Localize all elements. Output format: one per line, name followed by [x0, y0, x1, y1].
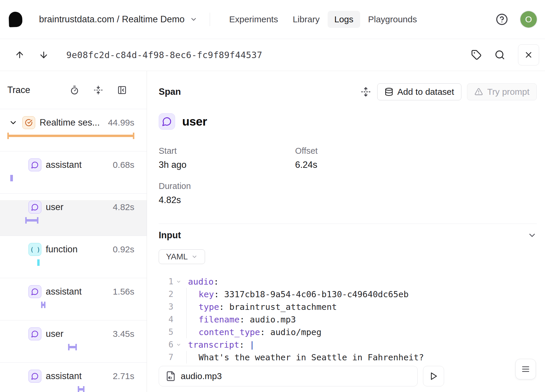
span-duration: 44.99s — [104, 118, 134, 128]
span-panel-title: Span — [159, 87, 181, 97]
timer-icon — [70, 85, 79, 95]
panel-left-close-icon — [117, 85, 127, 95]
previous-trace-button[interactable] — [15, 50, 25, 60]
collapse-input-button[interactable] — [527, 231, 537, 240]
trace-row-realtime-ses-[interactable]: Realtime ses... 44.99s — [0, 116, 147, 151]
span-duration: 1.56s — [109, 287, 134, 297]
add-to-dataset-button[interactable]: Add to dataset — [377, 83, 461, 100]
yaml-code-block: 1 audio: 2 key: 3317cb18-9a54-4c06-b130-… — [159, 275, 537, 364]
tag-button[interactable] — [471, 50, 482, 60]
collapse-all-button[interactable] — [94, 85, 103, 95]
audio-attachment[interactable]: audio.mp3 — [159, 366, 418, 386]
overflow-menu-button[interactable] — [515, 359, 536, 379]
timeline-track — [7, 388, 134, 391]
avatar[interactable]: O — [520, 11, 537, 28]
format-selector-value: YAML — [166, 252, 188, 261]
nav-item-playgrounds[interactable]: Playgrounds — [361, 11, 424, 28]
span-label: Realtime ses... — [40, 117, 100, 128]
nav-item-logs[interactable]: Logs — [328, 11, 360, 28]
metadata-field-start: Start 3h ago — [159, 146, 295, 170]
circle-help-icon — [496, 13, 508, 26]
span-duration: 0.92s — [109, 244, 134, 254]
trace-row-assistant[interactable]: assistant 1.56s — [0, 285, 147, 320]
code-line: 2 key: 3317cb18-9a54-4c06-b130-c49640dc6… — [159, 288, 537, 300]
code-line: 3 type: braintrust_attachment — [159, 300, 537, 313]
timeline-track — [7, 346, 134, 349]
metadata-label: Offset — [295, 146, 537, 156]
metadata-field-offset: Offset 6.24s — [295, 146, 537, 170]
metadata-label: Start — [159, 146, 295, 156]
add-to-dataset-label: Add to dataset — [397, 87, 454, 97]
search-button[interactable] — [495, 50, 505, 60]
trace-panel-title: Trace — [7, 85, 30, 95]
trace-panel-header: Trace — [0, 71, 147, 109]
fold-chevron-icon[interactable] — [173, 338, 184, 351]
close-trace-button[interactable] — [518, 44, 539, 65]
timeline-track — [7, 261, 134, 264]
avatar-letter: O — [525, 14, 532, 24]
section-divider — [159, 224, 537, 224]
message-circle-icon — [159, 113, 175, 130]
circle-check-icon — [22, 116, 35, 129]
span-label: assistant — [46, 160, 82, 170]
play-audio-button[interactable] — [423, 366, 444, 386]
chevron-down-icon — [527, 231, 537, 240]
next-trace-button[interactable] — [39, 50, 49, 60]
line-number: 2 — [159, 288, 173, 300]
code-line: 5 content_type: audio/mpeg — [159, 326, 537, 338]
code-text: What's the weather in Seattle in Fahrenh… — [184, 351, 424, 364]
timeline-bar — [10, 177, 13, 179]
span-panel-header: Span Add to dataset Try prompt — [159, 71, 537, 100]
metadata-field-duration: Duration 4.82s — [159, 181, 295, 205]
collapse-panel-button[interactable] — [117, 85, 127, 95]
unfold-vertical-icon — [361, 87, 371, 97]
try-prompt-button[interactable]: Try prompt — [467, 83, 537, 100]
header-divider — [210, 13, 210, 26]
trace-tree: Realtime ses... 44.99s assistant 0.68s — [0, 109, 147, 392]
trace-toolbar: 9e08fc2d-c84d-4f98-8ec6-fc9f89f44537 — [0, 39, 545, 71]
span-duration: 4.82s — [109, 202, 134, 212]
braintrust-logo[interactable] — [9, 11, 23, 27]
expand-sections-button[interactable] — [361, 87, 371, 97]
line-number: 5 — [159, 326, 173, 338]
line-number: 4 — [159, 313, 173, 326]
timeline-bar — [68, 346, 77, 348]
warning-triangle-icon — [474, 87, 483, 96]
nav-item-experiments[interactable]: Experiments — [222, 11, 285, 28]
code-text: content_type: audio/mpeg — [184, 326, 321, 338]
timing-toggle-button[interactable] — [70, 85, 79, 95]
timeline-track — [7, 303, 134, 306]
code-line: 6 transcript: | — [159, 338, 537, 351]
attachment-filename: audio.mp3 — [181, 371, 222, 381]
app-window: braintrustdata.com / Realtime Demo Exper… — [0, 0, 545, 392]
parentheses-icon: ( ) — [28, 243, 41, 256]
trace-row-user[interactable]: user 4.82s — [0, 200, 147, 236]
fold-chevron-icon[interactable] — [173, 275, 184, 288]
trace-row-user[interactable]: user 3.45s — [0, 327, 147, 363]
close-icon — [524, 50, 533, 60]
message-circle-icon — [28, 158, 41, 171]
nav-item-library[interactable]: Library — [286, 11, 326, 28]
span-label: assistant — [46, 371, 82, 381]
trace-row-assistant[interactable]: assistant 2.71s — [0, 369, 147, 392]
help-button[interactable] — [496, 13, 508, 26]
file-audio-icon — [165, 371, 176, 381]
timeline-bar — [78, 388, 84, 391]
content-area: Trace — [0, 71, 545, 392]
format-selector[interactable]: YAML — [159, 249, 205, 264]
span-duration: 0.68s — [109, 160, 134, 170]
chevron-down-icon — [190, 16, 197, 23]
expand-chevron-icon[interactable] — [9, 118, 18, 127]
span-panel: Span Add to dataset Try prompt user — [147, 71, 545, 392]
span-label: user — [46, 202, 63, 212]
project-breadcrumb[interactable]: braintrustdata.com / Realtime Demo — [39, 14, 197, 25]
code-text: audio: — [184, 275, 219, 288]
input-section-title: Input — [159, 230, 181, 241]
line-number: 7 — [159, 351, 173, 364]
timeline-track — [7, 134, 134, 137]
trace-row-assistant[interactable]: assistant 0.68s — [0, 158, 147, 194]
arrow-down-icon — [39, 50, 49, 60]
code-text: key: 3317cb18-9a54-4c06-b130-c49640dc65e… — [184, 288, 409, 300]
trace-row-function[interactable]: ( ) function 0.92s — [0, 242, 147, 278]
play-icon — [429, 372, 438, 381]
